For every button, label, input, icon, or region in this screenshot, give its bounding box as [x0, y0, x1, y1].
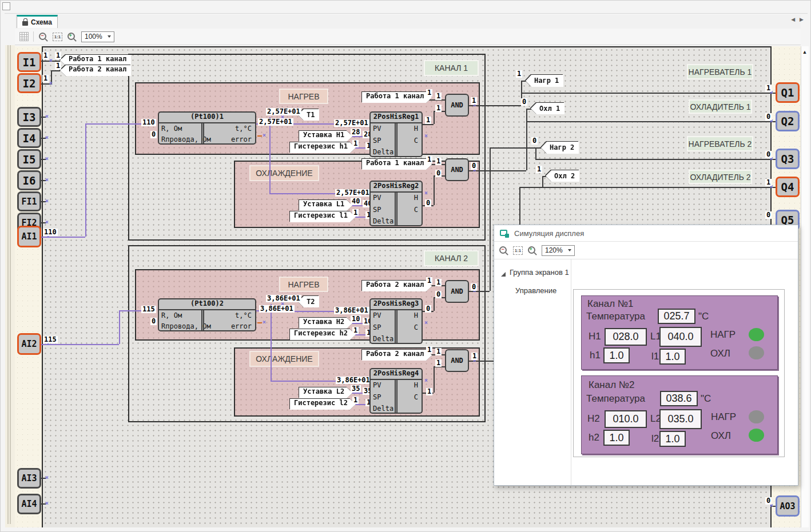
tree-item-group[interactable]: Группа экранов 1 — [501, 268, 569, 277]
input-FI1[interactable]: FI1 — [17, 191, 41, 211]
lo-field[interactable]: 040.0 — [659, 327, 702, 347]
grid-toggle-icon[interactable] — [19, 32, 29, 41]
sim-zoom-out-icon[interactable]: − — [499, 246, 508, 255]
net-flag-work2[interactable]: Работа 2 канал — [60, 65, 131, 76]
zoom-reset-icon[interactable]: 1:1 — [53, 33, 62, 41]
fb-and1[interactable]: AND — [445, 94, 469, 117]
pin-marker: × — [45, 501, 49, 506]
wire-analog — [271, 304, 272, 381]
sim-zoom-reset-icon[interactable]: 1:1 — [513, 246, 523, 255]
net-flag-work1[interactable]: Работа 1 канал — [60, 55, 131, 66]
net-flag-d-l1[interactable]: Гистерезис l1 — [290, 211, 356, 222]
screen-channel2[interactable]: Канал №2 Температура 038.6 "C H2 010.0 L… — [581, 375, 778, 454]
fb-and3[interactable]: AND — [445, 280, 469, 303]
splitter-line — [7, 45, 9, 524]
net-flag-label: Нагр 1 — [526, 75, 563, 87]
scroll-up-icon[interactable]: ▲ — [801, 49, 808, 55]
net-flag-sp-l2[interactable]: Уставка L2 — [299, 387, 352, 398]
wire-error — [257, 135, 262, 137]
zoom-in-icon[interactable]: + — [67, 32, 77, 42]
output-Q4[interactable]: Q4 — [776, 177, 800, 197]
display-simulation-window[interactable]: Симуляция дисплея − 1:1 + 120% Группа эк… — [494, 225, 798, 486]
heater2-label[interactable]: НАГРЕВАТЕЛЬ 2 — [687, 136, 753, 151]
display-simulation-icon — [500, 229, 510, 238]
fb-reg2[interactable]: 2PosHisReg2 PVSPDeltaHC — [369, 181, 423, 226]
net-flag-nagr1[interactable]: Нагр 1 — [526, 75, 563, 87]
sim-titlebar[interactable]: Симуляция дисплея — [494, 225, 798, 241]
input-AI4[interactable]: AI4 — [17, 494, 41, 514]
tree-item-screen[interactable]: Управление — [515, 286, 556, 295]
tab-schema[interactable]: Схема — [17, 15, 58, 28]
input-I2[interactable]: I2 — [17, 73, 41, 93]
input-I6[interactable]: I6 — [17, 170, 41, 190]
output-AO3[interactable]: AO3 — [776, 495, 800, 517]
channel2-title[interactable]: КАНАЛ 2 — [424, 250, 479, 266]
output-Q2[interactable]: Q2 — [776, 111, 800, 131]
fb-reg3[interactable]: 2PosHisReg3 PVSPDeltaHC — [369, 298, 423, 344]
net-flag-d-h2[interactable]: Гистерезис h2 — [290, 329, 356, 340]
net-flag-sp-h1[interactable]: Уставка H1 — [299, 131, 352, 142]
cooler2-label[interactable]: ОХЛАДИТЕЛЬ 2 — [689, 170, 752, 184]
fb-and4[interactable]: AND — [445, 349, 469, 372]
net-flag-sp-h2[interactable]: Уставка H2 — [299, 318, 352, 329]
net-flag-nagr2[interactable]: Нагр 2 — [541, 142, 579, 154]
input-I1[interactable]: I1 — [17, 52, 41, 72]
net-flag-d-l2[interactable]: Гистерезис l2 — [290, 399, 356, 410]
net-flag-work1-cool[interactable]: Работа 1 канал — [362, 159, 432, 170]
fb-and2[interactable]: AND — [445, 158, 469, 181]
sim-zoom-in-icon[interactable]: + — [527, 246, 537, 255]
channel1-cool-title[interactable]: ОХЛАЖДЕНИЕ — [249, 165, 319, 181]
panel-splitter[interactable] — [5, 45, 15, 527]
canvas-scrollbar[interactable] — [801, 46, 809, 527]
cooler1-label[interactable]: ОХЛАДИТЕЛЬ 1 — [689, 99, 752, 114]
net-flag-work2-cool[interactable]: Работа 2 канал — [362, 350, 432, 361]
channel1-title[interactable]: КАНАЛ 1 — [424, 60, 479, 76]
zoom-out-icon[interactable]: − — [38, 32, 48, 42]
input-AI2[interactable]: AI2 — [17, 333, 41, 355]
screen-channel1[interactable]: Канал №1 Температура 025.7 "C H1 028.0 L… — [581, 295, 778, 370]
ll-field[interactable]: 1.0 — [659, 431, 686, 447]
cool-led-label: ОХЛ — [710, 348, 730, 359]
fb-reg4[interactable]: 2PosHisReg4 PVSPDeltaHC — [369, 368, 423, 414]
output-Q3[interactable]: Q3 — [776, 149, 800, 169]
input-I3[interactable]: I3 — [17, 107, 41, 127]
heater1-label[interactable]: НАГРЕВАТЕЛЬ 1 — [687, 64, 753, 79]
input-AI3[interactable]: AI3 — [17, 468, 41, 489]
temp-field[interactable]: 038.6 — [660, 391, 698, 406]
expander-icon[interactable] — [501, 272, 506, 277]
channel1-heat-title[interactable]: НАГРЕВ — [279, 89, 328, 104]
net-flag-work2-heat[interactable]: Работа 2 канал — [362, 281, 432, 291]
net-value: 1 — [426, 277, 432, 285]
zoom-select[interactable]: 100% — [81, 31, 114, 42]
hh-field[interactable]: 1.0 — [603, 347, 630, 363]
channel2-cool-title[interactable]: ОХЛАЖДЕНИЕ — [249, 351, 319, 367]
nav-next-icon[interactable]: ▶ — [800, 17, 808, 22]
temp-field[interactable]: 025.7 — [658, 309, 695, 324]
net-value: 1 — [55, 52, 61, 59]
hi-field[interactable]: 010.0 — [605, 410, 647, 428]
nav-prev-icon[interactable]: ◀ — [791, 17, 800, 22]
fb-reg1[interactable]: 2PosHisReg1 PVSPDeltaHC — [369, 111, 423, 157]
fb-pt100-2[interactable]: (Pt100)2 R, ОмRпровода, Омt,°Cerror — [158, 298, 256, 331]
input-AI1[interactable]: AI1 — [17, 226, 41, 247]
pin-label: H — [414, 311, 418, 319]
net-flag-label: Нагр 2 — [541, 142, 579, 154]
ll-field[interactable]: 1.0 — [659, 349, 686, 365]
hh-field[interactable]: 1.0 — [603, 430, 630, 446]
lo-field[interactable]: 035.0 — [659, 409, 702, 429]
fb-pt100-1[interactable]: (Pt100)1 R, ОмRпровода, Омt,°Cerror — [158, 111, 256, 145]
hi-field[interactable]: 028.0 — [605, 328, 647, 346]
tab-nav[interactable]: ◀▶ — [783, 17, 808, 26]
net-flag-ohl2[interactable]: Охл 2 — [546, 170, 579, 182]
net-flag-work1-heat[interactable]: Работа 1 канал — [362, 92, 432, 103]
sim-zoom-select[interactable]: 120% — [542, 245, 575, 256]
net-flag-sp-l1[interactable]: Уставка L1 — [299, 200, 352, 211]
input-I4[interactable]: I4 — [17, 128, 41, 148]
input-I5[interactable]: I5 — [17, 149, 41, 169]
output-Q1[interactable]: Q1 — [776, 82, 800, 103]
net-flag-d-h1[interactable]: Гистерезис h1 — [290, 142, 356, 153]
channel2-heat-title[interactable]: НАГРЕВ — [279, 277, 328, 292]
net-flag-ohl1[interactable]: Охл 1 — [531, 103, 564, 114]
net-value: 1 — [42, 52, 49, 59]
wire — [490, 147, 491, 291]
